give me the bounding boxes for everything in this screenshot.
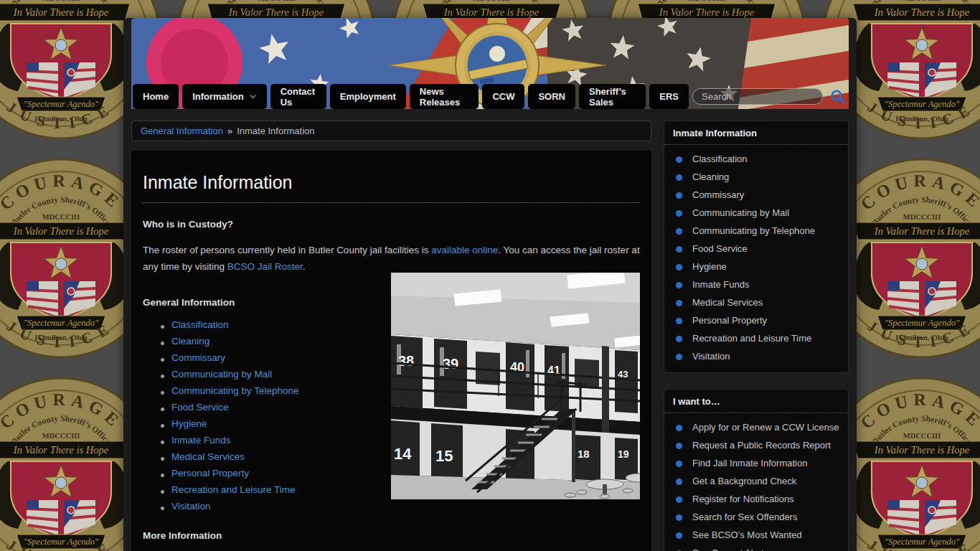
link-personal-property[interactable]: Personal Property [171,468,249,479]
nav-information[interactable]: Information [182,84,267,109]
link-recreation-and-leisure-time[interactable]: Recreation and Leisure Time [171,484,296,495]
site-wrapper: Home Information Contact Us Employment N… [123,18,857,551]
nav-employment[interactable]: Employment [330,84,406,109]
available-online-link[interactable]: available online [431,245,498,255]
sidebar-item-medical-services[interactable]: Medical Services [674,293,841,311]
main-content: Inmate Information Who is in Custody? Th… [131,151,651,551]
sidebar-item-personal-property[interactable]: Personal Property [674,311,841,329]
sidebar-item-find-jail-inmate-information[interactable]: Find Jail Inmate Information [674,454,841,472]
nav-news-releases[interactable]: News Releases [410,84,479,109]
link-hygiene[interactable]: Hygiene [171,418,207,429]
nav-ers[interactable]: ERS [649,84,689,109]
sidebar-item-visitation[interactable]: Visitation [674,347,841,365]
jail-cellblock-photo: 38 39 40 41 43 [391,273,640,499]
svg-text:18: 18 [578,448,590,460]
chevron-down-icon [249,93,257,100]
breadcrumb: General Information»Inmate Information [131,121,651,141]
svg-text:15: 15 [435,447,453,465]
general-information-heading: General Information [143,297,391,308]
sidebar-item-see-current-alerts[interactable]: See Current Alerts [674,544,841,551]
list-item: Classification [171,316,391,333]
svg-text:19: 19 [618,448,629,460]
link-communicating-by-mail[interactable]: Communicating by Mail [171,369,272,380]
sidebar-item-cleaning[interactable]: Cleaning [674,168,841,186]
list-item: Communicating by Mail [171,366,391,382]
sidebar-item-hygiene[interactable]: Hygiene [674,258,841,276]
link-medical-services[interactable]: Medical Services [171,451,245,462]
nav-contact-us[interactable]: Contact Us [270,84,326,109]
sidebar-item-register-for-notifications[interactable]: Register for Notifications [674,490,841,508]
header-banner: Home Information Contact Us Employment N… [131,18,849,109]
breadcrumb-current: Inmate Information [237,126,314,136]
list-item: Personal Property [171,465,391,481]
more-information-heading: More Information [143,530,640,541]
page-title: Inmate Information [143,172,640,203]
list-item: Commissary [171,349,391,366]
svg-text:14: 14 [394,445,412,463]
sidebar: Inmate Information Classification Cleani… [664,121,849,551]
search-input[interactable] [692,88,823,105]
sidebar-box-title: I want to… [664,390,848,413]
sidebar-item-request-public-records[interactable]: Request a Public Records Report [674,436,841,454]
list-item: Recreation and Leisure Time [171,481,391,498]
sidebar-item-get-background-check[interactable]: Get a Background Check [674,472,841,490]
list-item: Cleaning [171,333,391,349]
search-icon[interactable] [829,88,846,105]
sidebar-item-communicating-by-mail[interactable]: Communicating by Mail [674,204,841,222]
search-area [692,84,849,109]
sidebar-item-see-bcso-most-wanted[interactable]: See BCSO’s Most Wanted [674,526,841,544]
bcso-jail-roster-link[interactable]: BCSO Jail Roster [227,261,303,272]
nav-sheriffs-sales[interactable]: Sheriff’s Sales [579,84,646,109]
general-information-list: Classification Cleaning Commissary Commu… [143,308,391,514]
link-commissary[interactable]: Commissary [171,352,225,363]
list-item: Medical Services [171,448,391,465]
link-food-service[interactable]: Food Service [171,402,229,413]
sidebar-box-i-want-to: I want to… Apply for or Renew a CCW Lice… [664,389,849,551]
list-item: Communicating by Telephone [171,382,391,399]
nav-ccw[interactable]: CCW [482,84,524,109]
list-item: Food Service [171,399,391,415]
custody-heading: Who is in Custody? [143,219,640,230]
link-classification[interactable]: Classification [171,319,229,330]
link-communicating-by-telephone[interactable]: Communicating by Telephone [171,385,299,396]
link-visitation[interactable]: Visitation [171,501,211,512]
breadcrumb-link-general-information[interactable]: General Information [141,126,223,136]
link-cleaning[interactable]: Cleaning [171,336,209,347]
sidebar-item-food-service[interactable]: Food Service [674,240,841,258]
sidebar-item-search-for-sex-offenders[interactable]: Search for Sex Offenders [674,508,841,526]
sidebar-item-recreation-and-leisure-time[interactable]: Recreation and Leisure Time [674,329,841,347]
nav-home[interactable]: Home [133,84,179,109]
sidebar-item-apply-ccw-license[interactable]: Apply for or Renew a CCW License [674,418,841,436]
list-item: Visitation [171,498,391,514]
sidebar-item-inmate-funds[interactable]: Inmate Funds [674,276,841,293]
svg-text:38: 38 [398,353,414,369]
breadcrumb-separator: » [227,126,232,136]
sidebar-item-classification[interactable]: Classification [674,150,841,168]
custody-paragraph: The roster of persons currently held in … [143,242,640,276]
sidebar-item-communicating-by-telephone[interactable]: Communicating by Telephone [674,222,841,240]
svg-text:39: 39 [443,356,458,372]
nav-sorn[interactable]: SORN [528,84,575,109]
sidebar-box-title: Inmate Information [664,121,848,145]
list-item: Inmate Funds [171,432,391,448]
sidebar-box-inmate-information: Inmate Information Classification Cleani… [664,121,849,373]
list-item: Hygiene [171,415,391,432]
link-inmate-funds[interactable]: Inmate Funds [171,435,231,446]
main-nav: Home Information Contact Us Employment N… [131,84,849,109]
sidebar-item-commissary[interactable]: Commissary [674,186,841,204]
